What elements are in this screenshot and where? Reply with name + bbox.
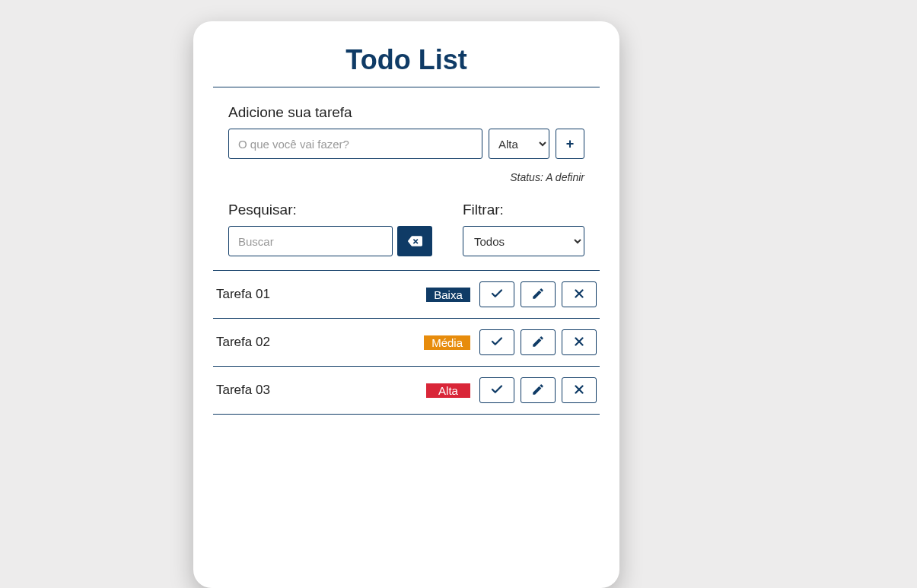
check-icon (490, 383, 504, 399)
close-icon (572, 287, 586, 303)
delete-button[interactable] (562, 377, 597, 403)
delete-button[interactable] (562, 281, 597, 307)
divider (213, 87, 600, 87)
pencil-icon (531, 383, 545, 399)
todo-item: Tarefa 03Alta (213, 366, 600, 415)
add-task-section: Adicione sua tarefa Alta + Status: A def… (213, 104, 600, 183)
delete-button[interactable] (562, 329, 597, 355)
complete-button[interactable] (479, 281, 514, 307)
todo-title: Tarefa 02 (216, 335, 424, 350)
search-input[interactable] (228, 226, 393, 256)
add-task-label: Adicione sua tarefa (228, 104, 584, 121)
search-filter-row: Pesquisar: Filtrar: Todos (213, 202, 600, 256)
task-actions (479, 329, 597, 355)
pencil-icon (531, 287, 545, 303)
pencil-icon (531, 335, 545, 351)
edit-button[interactable] (521, 329, 556, 355)
search-row (228, 226, 432, 256)
add-task-row: Alta + (228, 129, 584, 159)
task-actions (479, 281, 597, 307)
backspace-icon (407, 234, 422, 249)
close-icon (572, 383, 586, 399)
filter-select[interactable]: Todos (463, 226, 584, 256)
complete-button[interactable] (479, 377, 514, 403)
priority-badge: Média (424, 335, 470, 350)
plus-icon: + (566, 136, 575, 152)
close-icon (572, 335, 586, 351)
status-text: Status: A definir (228, 171, 584, 183)
todo-title: Tarefa 03 (216, 383, 426, 398)
todo-list: Tarefa 01BaixaTarefa 02MédiaTarefa 03Alt… (213, 270, 600, 415)
edit-button[interactable] (521, 377, 556, 403)
page-title: Todo List (213, 44, 600, 76)
priority-select[interactable]: Alta (489, 129, 549, 159)
priority-badge: Baixa (426, 288, 470, 302)
clear-search-button[interactable] (397, 226, 432, 256)
todo-title: Tarefa 01 (216, 287, 426, 302)
filter-column: Filtrar: Todos (463, 202, 584, 256)
task-actions (479, 377, 597, 403)
todo-item: Tarefa 01Baixa (213, 270, 600, 318)
search-label: Pesquisar: (228, 202, 432, 218)
todo-card: Todo List Adicione sua tarefa Alta + Sta… (193, 21, 619, 588)
add-task-button[interactable]: + (556, 129, 584, 159)
priority-badge: Alta (426, 383, 470, 398)
check-icon (490, 287, 504, 303)
complete-button[interactable] (479, 329, 514, 355)
filter-label: Filtrar: (463, 202, 584, 218)
task-input[interactable] (228, 129, 482, 159)
search-column: Pesquisar: (228, 202, 432, 256)
edit-button[interactable] (521, 281, 556, 307)
todo-item: Tarefa 02Média (213, 318, 600, 366)
check-icon (490, 335, 504, 351)
